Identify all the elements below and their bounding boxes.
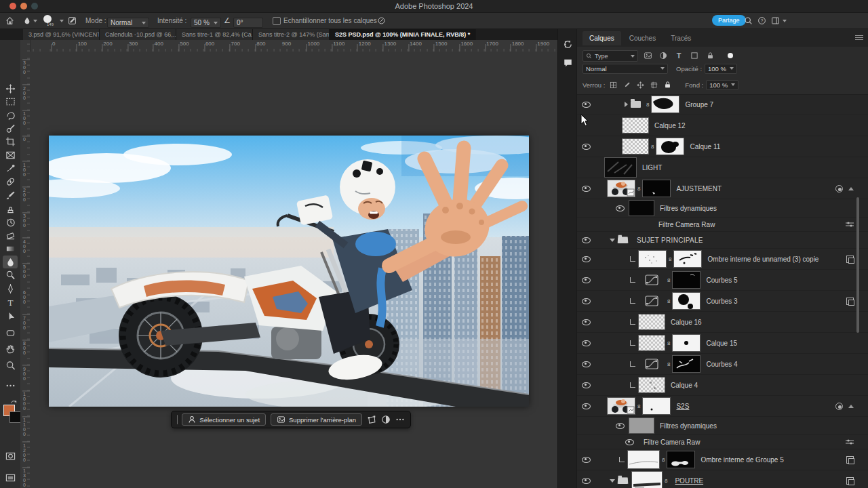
lock-all-icon[interactable]	[662, 80, 673, 90]
rectangular-marquee-tool-icon[interactable]	[3, 96, 18, 108]
lock-artboard-icon[interactable]	[648, 80, 659, 90]
layer-mask-thumbnail[interactable]	[672, 271, 701, 289]
adjustment-layer-icon[interactable]	[638, 293, 665, 309]
edit-toolbar-icon[interactable]	[3, 379, 18, 392]
layer-row-filtres-dynamiques[interactable]: Filtres dynamiques	[577, 199, 868, 218]
filter-settings-icon[interactable]	[846, 221, 854, 228]
layer-filter-toggle-icon[interactable]	[725, 50, 736, 60]
layer-row-ombre-interne-de-unnamed-3-copie[interactable]: 8Ombre interne de unnamed (3) copie	[577, 249, 868, 270]
collapse-effects-icon[interactable]	[848, 405, 854, 408]
lock-position-icon[interactable]	[635, 80, 646, 90]
visibility-toggle[interactable]	[577, 102, 595, 108]
layer-row-filtre-camera-raw[interactable]: Filtre Camera Raw	[577, 435, 868, 449]
background-color-swatch[interactable]	[9, 411, 21, 423]
layer-mask-thumbnail[interactable]	[656, 138, 684, 155]
adjustment-layer-icon[interactable]	[638, 356, 665, 372]
effects-badge-icon[interactable]	[846, 298, 854, 305]
smart-filter-icon[interactable]	[835, 403, 843, 410]
strength-select[interactable]: 50 %	[191, 15, 221, 30]
visibility-toggle[interactable]	[577, 319, 595, 325]
panel-tab-tracés[interactable]: Tracés	[664, 31, 698, 45]
layer-row-courbes-5[interactable]: 8Courbes 5	[577, 270, 868, 291]
workspace-chevron-icon[interactable]	[783, 13, 787, 28]
panel-tab-calques[interactable]: Calques	[583, 31, 621, 45]
layer-mask-thumbnail[interactable]	[642, 180, 671, 197]
layer-row-calque-11[interactable]: 8Calque 11	[577, 136, 868, 157]
layer-thumbnail[interactable]	[631, 471, 663, 488]
visibility-toggle[interactable]	[577, 340, 595, 346]
more-options-icon[interactable]	[395, 413, 405, 426]
layer-row-poutre[interactable]: 8POUTRE	[577, 470, 868, 488]
layer-mask-thumbnail[interactable]	[673, 250, 702, 268]
filter-shape-layers-icon[interactable]	[689, 50, 700, 60]
layer-thumbnail[interactable]	[629, 200, 654, 216]
layer-name[interactable]: Calque 4	[671, 382, 698, 389]
layer-thumbnail[interactable]	[629, 418, 654, 434]
zoom-tool-icon[interactable]	[3, 359, 18, 371]
layer-name[interactable]: SUJET PRINCIPALE	[637, 237, 703, 244]
layer-row-courbes-3[interactable]: 8Courbes 3	[577, 291, 868, 312]
expand-group-icon[interactable]	[625, 102, 628, 107]
brush-settings-panel-icon[interactable]	[68, 13, 77, 28]
document-tab-4[interactable]: Sans titre-2 @ 147% (San...	[253, 29, 330, 40]
layer-mask-thumbnail[interactable]	[672, 292, 701, 310]
quick-selection-tool-icon[interactable]	[3, 122, 18, 135]
search-icon[interactable]	[744, 13, 753, 28]
screen-mode-icon[interactable]	[3, 471, 18, 484]
lasso-tool-icon[interactable]	[3, 108, 18, 121]
sample-all-layers-checkbox[interactable]	[273, 13, 281, 28]
brush-preset-chevron-icon[interactable]	[60, 13, 64, 28]
lock-transparency-icon[interactable]	[608, 80, 618, 90]
effects-badge-icon[interactable]	[846, 256, 854, 263]
layer-thumbnail[interactable]	[627, 450, 660, 469]
pressure-size-icon[interactable]	[377, 13, 386, 28]
shape-tool-icon[interactable]	[3, 326, 18, 339]
layer-name[interactable]: Filtres dynamiques	[660, 422, 717, 430]
document-tab-2[interactable]: Calendula -10.psd @ 66,...	[100, 29, 176, 40]
layer-thumbnail[interactable]	[607, 397, 635, 415]
pen-tool-icon[interactable]	[3, 283, 18, 296]
filter-type-layers-icon[interactable]: T	[673, 50, 684, 60]
visibility-toggle[interactable]	[577, 382, 595, 388]
layer-mask-thumbnail[interactable]	[651, 96, 679, 113]
blend-mode-select[interactable]: Normal	[583, 64, 668, 74]
layer-mask-thumbnail[interactable]	[642, 397, 671, 415]
visibility-toggle[interactable]	[577, 457, 595, 463]
layer-name[interactable]: Courbes 3	[706, 298, 737, 305]
mode-select[interactable]: Normal	[107, 15, 149, 30]
layer-name[interactable]: AJUSTEMENT	[676, 185, 722, 192]
smart-filter-icon[interactable]	[835, 185, 843, 192]
layer-row-ajustement[interactable]: 8AJUSTEMENT	[577, 178, 868, 199]
layer-row-s2s[interactable]: 8S2S	[577, 396, 868, 417]
lock-pixels-icon[interactable]	[621, 80, 632, 90]
dodge-tool-icon[interactable]	[3, 269, 18, 282]
layer-name[interactable]: Filtres dynamiques	[660, 205, 717, 212]
layer-thumbnail[interactable]	[638, 377, 665, 393]
effects-badge-icon[interactable]	[846, 456, 854, 464]
layer-name[interactable]: Courbes 5	[706, 277, 737, 284]
layer-filter-select[interactable]: Type	[583, 50, 638, 62]
remove-background-button[interactable]: Supprimer l'arrière-plan	[271, 413, 362, 426]
eyedropper-tool-icon[interactable]	[3, 162, 18, 175]
layer-mask-thumbnail[interactable]	[667, 451, 695, 468]
layer-name[interactable]: Calque 15	[706, 340, 737, 347]
expand-group-icon[interactable]	[610, 479, 615, 483]
swap-colors-icon[interactable]	[10, 399, 18, 405]
panel-menu-icon[interactable]	[855, 35, 863, 41]
panel-tab-couches[interactable]: Couches	[623, 31, 663, 45]
layer-thumbnail[interactable]	[622, 117, 649, 134]
filter-smart-objects-icon[interactable]	[705, 50, 715, 60]
layers-scrollbar[interactable]	[856, 197, 859, 333]
adjustments-icon[interactable]	[381, 413, 391, 426]
layer-name[interactable]: Ombre interne de unnamed (3) copie	[707, 256, 818, 263]
document-tab-1[interactable]: 3.psd @ 91,6% (VINCENT ...	[23, 29, 100, 40]
filter-pixel-layers-icon[interactable]	[642, 50, 653, 60]
move-tool-icon[interactable]	[3, 82, 18, 95]
quick-mask-mode-icon[interactable]	[3, 449, 18, 462]
filter-settings-icon[interactable]	[846, 439, 854, 445]
layer-mask-thumbnail[interactable]	[672, 334, 701, 352]
document-canvas[interactable]	[49, 136, 529, 407]
layer-row-calque-12[interactable]: Calque 12	[577, 115, 868, 136]
blur-tool-icon[interactable]	[3, 256, 18, 268]
layer-row-filtres-dynamiques[interactable]: Filtres dynamiques	[577, 417, 868, 435]
